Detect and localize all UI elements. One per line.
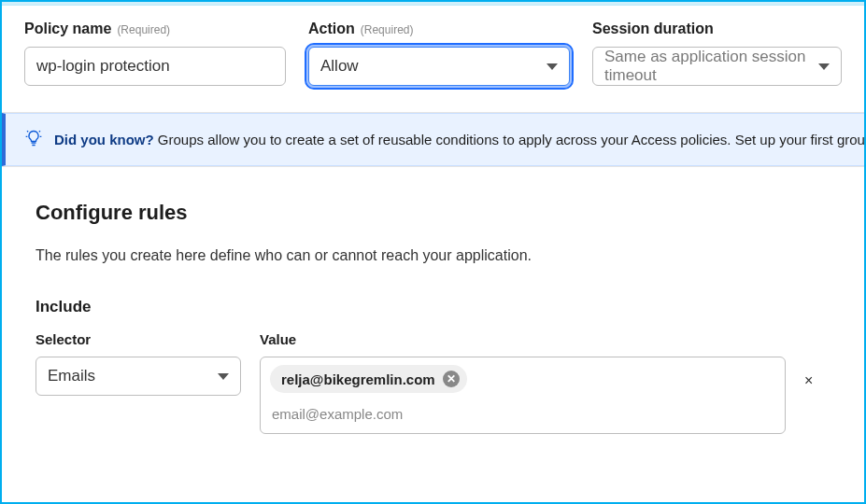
required-indicator: (Required)	[361, 23, 414, 36]
action-select[interactable]: Allow	[308, 47, 570, 86]
lightbulb-icon	[24, 129, 43, 150]
email-chip: relja@bikegremlin.com✕	[270, 365, 467, 393]
session-duration-select[interactable]: Same as application session timeout	[592, 47, 842, 86]
required-indicator: (Required)	[117, 23, 170, 36]
action-label: Action	[308, 21, 355, 37]
chevron-down-icon	[547, 63, 558, 70]
include-rule-row: Selector Emails Value relja@bikegremlin.…	[35, 331, 831, 434]
info-banner-body: Groups allow you to create a set of reus…	[158, 132, 864, 147]
session-duration-label: Session duration	[592, 21, 714, 37]
chevron-down-icon	[218, 373, 229, 380]
remove-chip-icon[interactable]: ✕	[443, 371, 460, 387]
email-chip-label: relja@bikegremlin.com	[281, 371, 435, 387]
session-duration-placeholder: Same as application session timeout	[604, 48, 818, 85]
configure-rules-heading: Configure rules	[35, 201, 831, 225]
chevron-down-icon	[818, 63, 830, 70]
selector-select-value: Emails	[48, 367, 95, 385]
session-duration-field: Session duration Same as application ses…	[592, 21, 842, 86]
include-heading: Include	[35, 298, 831, 316]
info-banner-lead: Did you know?	[54, 132, 154, 147]
value-tagbox[interactable]: relja@bikegremlin.com✕	[260, 357, 786, 434]
configure-rules-description: The rules you create here define who can…	[35, 247, 831, 264]
value-input[interactable]	[270, 402, 775, 426]
info-banner: Did you know? Groups allow you to create…	[2, 113, 864, 166]
action-field: Action (Required) Allow	[308, 21, 570, 86]
value-header: Value	[260, 331, 786, 347]
policy-form-row: Policy name (Required) Action (Required)…	[2, 6, 864, 113]
policy-name-field: Policy name (Required)	[24, 21, 286, 86]
policy-name-input[interactable]	[24, 47, 286, 86]
selector-select[interactable]: Emails	[35, 357, 241, 396]
selector-header: Selector	[35, 331, 241, 347]
action-select-value: Allow	[320, 57, 359, 76]
policy-name-label: Policy name	[24, 21, 111, 37]
remove-rule-button[interactable]: ×	[804, 372, 813, 389]
configure-rules-section: Configure rules The rules you create her…	[2, 166, 864, 453]
